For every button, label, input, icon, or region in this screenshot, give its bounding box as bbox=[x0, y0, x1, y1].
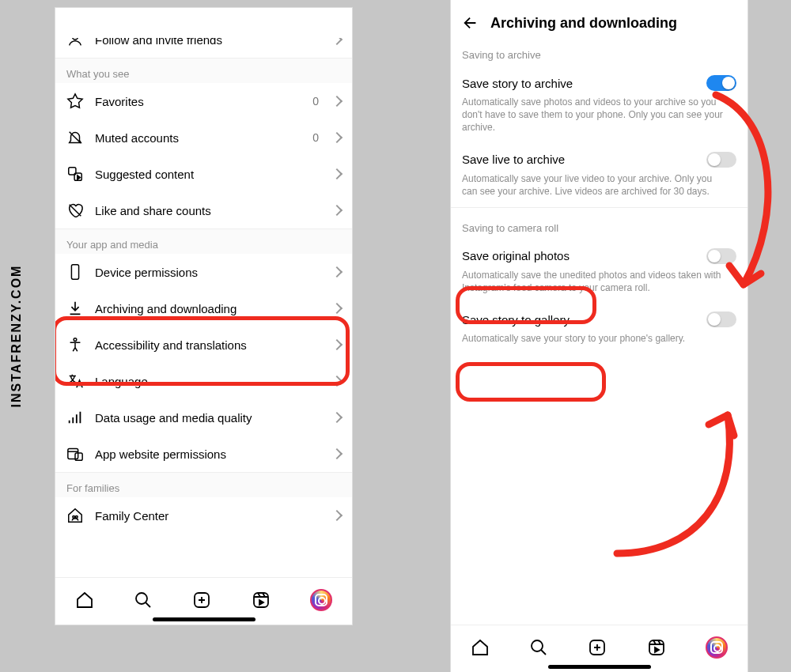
toggle-label: Save live to archive bbox=[462, 153, 565, 166]
new-post-icon[interactable] bbox=[192, 591, 211, 610]
row-label: Family Center bbox=[95, 509, 322, 523]
item-save-story-gallery: Save story to gallery Automatically save… bbox=[451, 304, 747, 354]
annotation-arrow bbox=[704, 87, 791, 308]
svg-rect-14 bbox=[649, 640, 664, 655]
svg-point-8 bbox=[75, 515, 78, 518]
house-people-icon bbox=[66, 507, 84, 524]
home-indicator bbox=[153, 617, 255, 621]
reels-icon[interactable] bbox=[252, 591, 271, 610]
chevron-right-icon bbox=[331, 96, 343, 107]
svg-rect-5 bbox=[68, 449, 78, 459]
row-label: Language bbox=[95, 375, 322, 388]
row-website-permissions[interactable]: App website permissions bbox=[55, 436, 352, 472]
toggle-desc: Automatically save your live video to yo… bbox=[462, 168, 723, 206]
svg-rect-11 bbox=[254, 593, 268, 607]
row-suggested[interactable]: Suggested content bbox=[55, 156, 352, 192]
content-icon bbox=[66, 165, 84, 183]
row-label: Archiving and downloading bbox=[95, 302, 322, 315]
chevron-right-icon bbox=[331, 132, 343, 143]
home-indicator bbox=[548, 665, 651, 669]
row-label: Data usage and media quality bbox=[95, 411, 322, 425]
browser-icon bbox=[66, 445, 84, 462]
toggle-desc: Automatically save the unedited photos a… bbox=[462, 264, 723, 302]
row-label: Favorites bbox=[95, 95, 301, 108]
bell-off-icon bbox=[66, 129, 84, 146]
page-title: Archiving and downloading bbox=[490, 15, 677, 32]
row-follow-invite[interactable]: Follow and invite friends bbox=[55, 21, 352, 58]
row-label: Suggested content bbox=[95, 168, 322, 181]
home-icon[interactable] bbox=[75, 591, 94, 610]
language-icon bbox=[66, 372, 84, 390]
chevron-right-icon bbox=[331, 510, 343, 521]
reels-icon[interactable] bbox=[647, 638, 666, 657]
toggle-desc: Automatically save photos and videos to … bbox=[462, 91, 723, 142]
section-what-you-see: What you see bbox=[55, 58, 352, 83]
row-label: Like and share counts bbox=[95, 204, 322, 217]
bottom-tab-bar bbox=[451, 625, 747, 672]
row-count: 0 bbox=[312, 131, 319, 144]
toggle-label: Save story to gallery bbox=[462, 313, 570, 327]
toggle-switch[interactable] bbox=[706, 311, 736, 327]
item-save-original-photos: Save original photos Automatically save … bbox=[451, 240, 747, 304]
back-arrow-icon[interactable] bbox=[462, 14, 479, 32]
item-save-live-archive: Save live to archive Automatically save … bbox=[451, 144, 747, 207]
svg-point-12 bbox=[532, 640, 543, 651]
row-label: Muted accounts bbox=[95, 131, 301, 145]
row-muted[interactable]: Muted accounts 0 bbox=[55, 119, 352, 156]
profile-icon[interactable] bbox=[310, 589, 332, 611]
search-icon[interactable] bbox=[529, 638, 548, 657]
section-families: For families bbox=[55, 472, 352, 497]
chevron-right-icon bbox=[331, 303, 343, 314]
star-icon bbox=[66, 92, 84, 110]
section-app-media: Your app and media bbox=[55, 228, 352, 254]
profile-icon[interactable] bbox=[706, 636, 728, 659]
section-camera-roll: Saving to camera roll bbox=[451, 207, 747, 240]
bars-icon bbox=[66, 409, 84, 426]
settings-screen: Settings and activity Follow and invite … bbox=[55, 8, 352, 625]
svg-point-7 bbox=[73, 515, 75, 518]
row-family-center[interactable]: Family Center bbox=[55, 497, 352, 534]
row-archiving[interactable]: Archiving and downloading bbox=[55, 290, 352, 327]
toggle-desc: Automatically save your story to your ph… bbox=[462, 327, 723, 353]
svg-point-9 bbox=[136, 593, 147, 604]
annotation-highlight bbox=[456, 362, 606, 402]
toggle-label: Save original photos bbox=[462, 249, 570, 262]
chevron-right-icon bbox=[331, 168, 343, 179]
row-label: App website permissions bbox=[95, 447, 322, 461]
row-data-usage[interactable]: Data usage and media quality bbox=[55, 399, 352, 436]
annotation-arrow bbox=[601, 395, 751, 569]
watermark-text: INSTAFRENZY.COM bbox=[9, 265, 24, 408]
chevron-right-icon bbox=[331, 448, 343, 459]
row-count: 0 bbox=[312, 95, 319, 108]
new-post-icon[interactable] bbox=[588, 638, 607, 657]
archiving-screen: Archiving and downloading Saving to arch… bbox=[451, 0, 747, 672]
chevron-right-icon bbox=[331, 205, 343, 216]
bottom-tab-bar bbox=[55, 577, 352, 625]
search-icon[interactable] bbox=[134, 591, 153, 610]
chevron-right-icon bbox=[331, 376, 343, 387]
chevron-right-icon bbox=[331, 412, 343, 423]
home-icon[interactable] bbox=[471, 638, 490, 657]
toggle-label: Save story to archive bbox=[462, 77, 573, 90]
heart-off-icon bbox=[66, 202, 84, 219]
row-like-share[interactable]: Like and share counts bbox=[55, 192, 352, 228]
section-saving-archive: Saving to archive bbox=[451, 38, 747, 67]
download-icon bbox=[66, 300, 84, 317]
row-accessibility[interactable]: Accessibility and translations bbox=[55, 327, 352, 363]
row-language[interactable]: Language bbox=[55, 363, 352, 399]
item-save-story-archive: Save story to archive Automatically save… bbox=[451, 67, 747, 144]
row-device-permissions[interactable]: Device permissions bbox=[55, 254, 352, 290]
row-favorites[interactable]: Favorites 0 bbox=[55, 83, 352, 119]
